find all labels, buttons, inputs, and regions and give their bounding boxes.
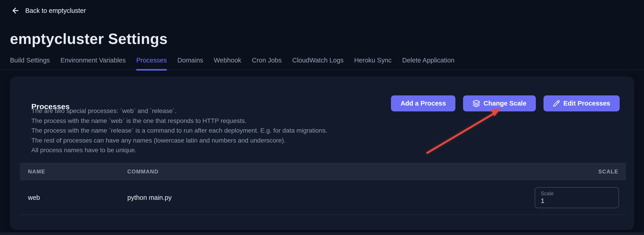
tab-webhook[interactable]: Webhook: [214, 51, 241, 70]
processes-table-header: NAME COMMAND SCALE: [20, 163, 626, 180]
back-link-label: Back to emptycluster: [25, 7, 86, 15]
description-line: The process with the name `release` is a…: [31, 126, 328, 136]
column-header-scale: SCALE: [491, 168, 626, 175]
change-scale-label: Change Scale: [484, 100, 526, 107]
add-process-label: Add a Process: [400, 100, 446, 107]
settings-tabs: Build Settings Environment Variables Pro…: [0, 51, 644, 70]
scale-input[interactable]: [541, 197, 608, 204]
pencil-icon: [553, 100, 560, 107]
scale-input-box[interactable]: Scale: [535, 187, 619, 208]
scale-input-label: Scale: [541, 190, 618, 197]
arrow-left-icon: [11, 6, 20, 15]
process-scale-cell: Scale: [491, 187, 626, 208]
page-title: emptycluster Settings: [10, 30, 168, 47]
column-header-name: NAME: [20, 168, 127, 175]
description-line: The rest of processes can have any names…: [31, 136, 328, 145]
tab-domains[interactable]: Domains: [177, 51, 203, 70]
description-line: The are two special processes: `web` and…: [31, 106, 328, 116]
description-line: The process with the name `web` is the o…: [31, 116, 328, 126]
process-row-web: web python main.py Scale: [20, 180, 626, 215]
next-section-edge: [0, 232, 644, 235]
description-line: All process names have to be unique.: [31, 145, 328, 155]
tab-cron-jobs[interactable]: Cron Jobs: [252, 51, 282, 70]
processes-panel: Processes The are two special processes:…: [10, 76, 634, 230]
change-scale-button[interactable]: Change Scale: [463, 95, 536, 111]
tab-delete-application[interactable]: Delete Application: [402, 51, 454, 70]
edit-processes-button[interactable]: Edit Processes: [544, 95, 620, 111]
tab-build-settings[interactable]: Build Settings: [10, 51, 50, 70]
tab-heroku-sync[interactable]: Heroku Sync: [354, 51, 392, 70]
actions-row: Add a Process Change Scale Edit Processe…: [391, 95, 620, 111]
back-link[interactable]: Back to emptycluster: [11, 6, 86, 15]
process-command-cell: python main.py: [127, 194, 491, 201]
tab-cloudwatch-logs[interactable]: CloudWatch Logs: [292, 51, 344, 70]
edit-processes-label: Edit Processes: [563, 100, 610, 107]
add-process-button[interactable]: Add a Process: [391, 95, 455, 111]
layers-icon: [472, 100, 480, 107]
tab-environment-variables[interactable]: Environment Variables: [60, 51, 126, 70]
tab-processes[interactable]: Processes: [136, 51, 167, 70]
process-name-cell: web: [20, 194, 127, 201]
column-header-command: COMMAND: [127, 168, 491, 175]
panel-description: The are two special processes: `web` and…: [31, 106, 328, 155]
